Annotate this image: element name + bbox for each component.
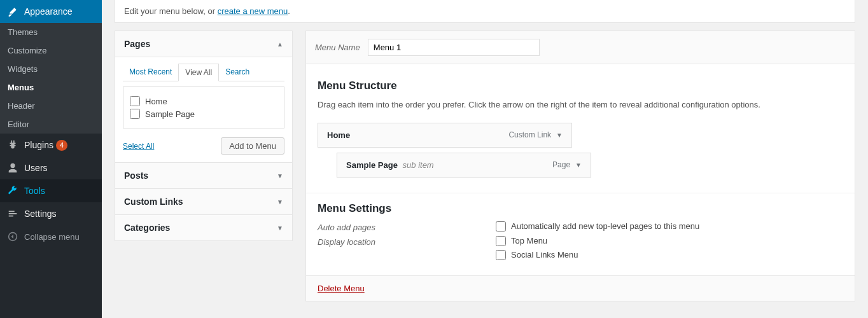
acc-pages-title: Pages: [124, 39, 150, 49]
menu-item-sample[interactable]: Sample Page sub item Page ▼: [337, 153, 591, 177]
sidebar-settings-label: Settings: [24, 209, 57, 219]
acc-customlinks-header[interactable]: Custom Links ▼: [115, 188, 293, 215]
admin-sidebar: Appearance Themes Customize Widgets Menu…: [0, 0, 102, 318]
caret-up-icon: ▲: [277, 41, 283, 48]
select-all-link[interactable]: Select All: [123, 142, 154, 151]
user-icon: [6, 162, 19, 174]
loc-social-checkbox[interactable]: [496, 250, 506, 260]
sidebar-sub-widgets[interactable]: Widgets: [0, 60, 102, 78]
sidebar-appearance[interactable]: Appearance: [0, 0, 102, 23]
menu-editor: Menu Name Menu Structure Drag each item …: [305, 31, 855, 301]
plug-icon: [6, 139, 19, 151]
sidebar-collapse[interactable]: Collapse menu: [0, 225, 102, 248]
acc-customlinks-title: Custom Links: [124, 197, 183, 207]
display-location-label: Display location: [318, 236, 496, 247]
page-check-row: Home: [130, 96, 277, 106]
acc-posts-header[interactable]: Posts ▼: [115, 162, 293, 189]
menu-name-label: Menu Name: [315, 43, 360, 52]
page-home-checkbox[interactable]: [130, 96, 140, 106]
sidebar-sub-editor[interactable]: Editor: [0, 115, 102, 134]
sliders-icon: [6, 207, 19, 220]
page-sample-label: Sample Page: [145, 109, 195, 119]
collapse-icon: [6, 230, 19, 243]
sidebar-plugins-label: Plugins: [24, 140, 53, 150]
brush-icon: [6, 5, 19, 18]
acc-pages-body: Most Recent View All Search Home Sa: [115, 57, 293, 163]
menu-item-home-type: Custom Link: [508, 130, 551, 139]
sidebar-users[interactable]: Users: [0, 156, 102, 179]
plugins-count-badge: 4: [56, 140, 67, 151]
sidebar-tools-label: Tools: [24, 186, 45, 196]
menu-structure-title: Menu Structure: [318, 80, 843, 92]
pages-checklist: Home Sample Page: [123, 86, 284, 128]
loc-social-label: Social Links Menu: [511, 250, 578, 259]
tab-most-recent[interactable]: Most Recent: [123, 64, 178, 81]
menu-item-home[interactable]: Home Custom Link ▼: [318, 123, 572, 148]
hint-prefix: Edit your menu below, or: [124, 6, 218, 16]
sidebar-sub-customize[interactable]: Customize: [0, 41, 102, 60]
loc-top-checkbox[interactable]: [496, 236, 506, 246]
add-items-column: Pages ▲ Most Recent View All Search: [115, 31, 293, 241]
sidebar-sub-header[interactable]: Header: [0, 97, 102, 115]
menu-item-sample-type: Page: [552, 160, 570, 169]
caret-down-icon: ▼: [277, 172, 283, 179]
caret-down-icon: ▼: [277, 198, 283, 205]
acc-pages-header[interactable]: Pages ▲: [115, 31, 293, 57]
sidebar-tools[interactable]: Tools: [0, 179, 102, 202]
edit-hint-bar: Edit your menu below, or create a new me…: [115, 0, 855, 23]
delete-menu-link[interactable]: Delete Menu: [318, 284, 365, 293]
add-to-menu-button[interactable]: Add to Menu: [221, 137, 284, 155]
tab-view-all[interactable]: View All: [178, 64, 219, 81]
sidebar-sub-menus[interactable]: Menus: [0, 78, 102, 97]
auto-add-label: Auto add pages: [318, 221, 496, 232]
acc-categories-header[interactable]: Categories ▼: [115, 214, 293, 241]
sidebar-appearance-label: Appearance: [24, 6, 73, 17]
sidebar-users-label: Users: [24, 163, 48, 173]
wrench-icon: [6, 184, 19, 197]
menu-item-sample-sub: sub item: [403, 160, 434, 170]
sidebar-collapse-label: Collapse menu: [24, 232, 80, 242]
menu-structure-help: Drag each item into the order you prefer…: [318, 99, 843, 111]
loc-top-label: Top Menu: [511, 236, 547, 245]
sidebar-settings[interactable]: Settings: [0, 202, 102, 225]
acc-posts-title: Posts: [124, 170, 148, 181]
chevron-down-icon[interactable]: ▼: [556, 132, 563, 139]
acc-categories-title: Categories: [124, 223, 170, 233]
menu-name-input[interactable]: [368, 39, 540, 56]
menu-name-row: Menu Name: [306, 31, 855, 64]
menu-item-home-label: Home: [327, 130, 350, 140]
menu-item-sample-label: Sample Page: [346, 160, 398, 170]
auto-add-checkbox[interactable]: [496, 221, 506, 232]
page-check-row: Sample Page: [130, 109, 277, 119]
menu-footer: Delete Menu: [306, 275, 855, 301]
caret-down-icon: ▼: [277, 225, 283, 232]
sidebar-appearance-submenu: Themes Customize Widgets Menus Header Ed…: [0, 23, 102, 134]
page-home-label: Home: [145, 97, 167, 106]
hint-suffix: .: [288, 6, 290, 16]
chevron-down-icon[interactable]: ▼: [575, 162, 582, 169]
create-menu-link[interactable]: create a new menu: [218, 6, 288, 16]
auto-add-option: Automatically add new top-level pages to…: [511, 221, 699, 231]
pages-tabs: Most Recent View All Search: [123, 64, 284, 81]
page-sample-checkbox[interactable]: [130, 109, 140, 119]
tab-search[interactable]: Search: [219, 64, 256, 81]
menu-settings-title: Menu Settings: [318, 202, 843, 215]
main-content: Edit your menu below, or create a new me…: [102, 0, 868, 318]
sidebar-plugins[interactable]: Plugins 4: [0, 134, 102, 156]
sidebar-sub-themes[interactable]: Themes: [0, 23, 102, 41]
